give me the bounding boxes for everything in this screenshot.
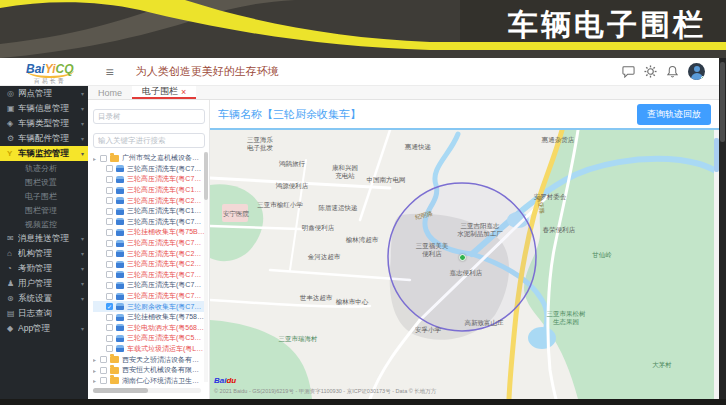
sidebar-subitem-fence-manage[interactable]: 围栏管理 — [0, 203, 88, 217]
sidebar-item-vehicle-parts[interactable]: ⚙车辆配件管理▾ — [0, 131, 88, 146]
sidebar-item-vehicle-type[interactable]: ◈车辆类型管理▾ — [0, 116, 88, 131]
tree-search-input[interactable] — [93, 133, 205, 148]
tab-close-icon[interactable]: × — [181, 87, 186, 97]
tree-checkbox[interactable] — [106, 261, 113, 268]
tree-checkbox[interactable] — [106, 345, 113, 352]
tree-checkbox[interactable] — [106, 271, 113, 278]
company-logo[interactable]: BaiYiCQ 百易长青 — [26, 60, 74, 84]
tree-checkbox[interactable] — [100, 155, 107, 162]
sidebar-subitem-track-analysis[interactable]: 轨迹分析 — [0, 161, 88, 175]
tree-vehicle-item[interactable]: 三轮高压清洗车(粤C29158By00062) — [93, 248, 205, 259]
fence-center-marker[interactable] — [459, 254, 466, 261]
tree-vehicle-item[interactable]: 三轮电动洒水车(粤568By00182) — [93, 323, 205, 334]
sidebar-item-vehicle-info[interactable]: ▣车辆信息管理▾ — [0, 101, 88, 116]
company-slogan: 为人类创造更美好的生存环境 — [136, 64, 279, 79]
truck-icon — [116, 176, 124, 183]
tree-vehicle-item[interactable]: 三轮高压清洗车(粤C79By00125) — [93, 164, 205, 175]
tree-vehicle-item[interactable]: 三轮高压清洗车(粤C79By00111) — [93, 291, 205, 302]
sidebar-item-attendance[interactable]: ◔考勤管理▾ — [0, 261, 88, 276]
tree-checkbox[interactable] — [100, 377, 107, 384]
tree-checkbox[interactable] — [100, 356, 107, 363]
map-base-graphic — [210, 130, 714, 399]
sidebar-item-user[interactable]: ♟用户管理▾ — [0, 276, 88, 291]
tree-checkbox[interactable] — [106, 240, 113, 247]
truck-icon — [116, 187, 124, 194]
truck-icon — [116, 250, 124, 257]
tree-vehicle-item[interactable]: 三轮高压清洗车(粤C58By00147) — [93, 333, 205, 344]
vehicle-name: 三轮高压清洗车(粤C29158By00031) — [127, 259, 205, 269]
tree-checkbox[interactable] — [106, 208, 113, 215]
sidebar-item-label: 车辆监控管理 — [18, 148, 81, 160]
tree-vehicle-item[interactable]: 三轮挂桶收集车(粤75By00226) — [93, 227, 205, 238]
tree-vehicle-item[interactable]: 三轮高压清洗车(粤C158By00152) — [93, 185, 205, 196]
tree-checkbox[interactable] — [106, 165, 113, 172]
tree-checkbox[interactable] — [106, 293, 113, 300]
tree-checkbox[interactable] — [106, 324, 113, 331]
tree-checkbox[interactable] — [106, 335, 113, 342]
vehicle-name: 三轮高压清洗车(粤C29158By00017) — [127, 196, 205, 206]
track-playback-button[interactable]: 查询轨迹回放 — [637, 104, 711, 125]
tree-checkbox[interactable] — [106, 314, 113, 321]
tree-checkbox[interactable] — [106, 176, 113, 183]
tree-horizontal-scrollbar[interactable] — [93, 388, 201, 393]
sidebar-item-network[interactable]: ◎网点管理▾ — [0, 86, 88, 101]
tab-electronic-fence[interactable]: 电子围栏× — [132, 86, 196, 99]
sidebar-item-app-manage[interactable]: ◆App管理▾ — [0, 321, 88, 336]
tree-filter-input[interactable] — [93, 109, 205, 124]
sidebar-subitem-fence-settings[interactable]: 围栏设置 — [0, 175, 88, 189]
sidebar-item-organization[interactable]: ⌂机构管理▾ — [0, 246, 88, 261]
tree-checkbox[interactable] — [106, 229, 113, 236]
tree-vehicle-item[interactable]: 三轮高压清洗车(粤C79By00114) — [93, 270, 205, 281]
sidebar-subitem-video-monitor[interactable]: 视频监控 — [0, 217, 88, 231]
vehicle-tree: ▸广州市驾之嘉机械设备有限公司三轮高压清洗车(粤C79By00125)三轮高压清… — [93, 153, 205, 391]
tree-company-item[interactable]: ▸西安恒大机械设备有限公司 — [93, 365, 205, 376]
users-icon: ♟ — [7, 279, 18, 288]
tree-vehicle-item[interactable]: 三轮高压清洗车(粤C158By00074) — [93, 206, 205, 217]
sidebar-item-log-query[interactable]: ▤日志查询 — [0, 306, 88, 321]
tree-checkbox[interactable]: ✓ — [106, 303, 113, 310]
bell-icon[interactable] — [666, 65, 679, 78]
tree-caret-icon[interactable]: ▸ — [93, 377, 100, 384]
truck-icon — [116, 165, 124, 172]
sidebar-subitem-electronic-fence[interactable]: 电子围栏 — [0, 189, 88, 203]
tree-checkbox[interactable] — [106, 197, 113, 204]
window-bottom-frame — [0, 399, 726, 405]
tab-home[interactable]: Home — [88, 86, 132, 99]
tree-checkbox[interactable] — [106, 218, 113, 225]
tree-checkbox[interactable] — [106, 250, 113, 257]
chat-icon[interactable] — [622, 65, 635, 78]
window-right-scrollbar[interactable] — [719, 58, 726, 405]
tree-vertical-scrollbar[interactable] — [204, 152, 208, 382]
tree-checkbox[interactable] — [106, 187, 113, 194]
tree-caret-icon[interactable]: ▸ — [93, 367, 100, 374]
user-avatar[interactable] — [688, 63, 705, 80]
menu-collapse-icon[interactable]: ≡ — [106, 64, 114, 80]
sidebar-item-message-push[interactable]: ✉消息推送管理▾ — [0, 231, 88, 246]
tree-vehicle-item[interactable]: 三轮高压清洗车(粤C79By00116) — [93, 238, 205, 249]
tree-checkbox[interactable] — [100, 367, 107, 374]
tree-caret-icon[interactable]: ▸ — [93, 155, 100, 162]
tree-caret-icon[interactable]: ▸ — [93, 356, 100, 363]
tree-checkbox[interactable] — [106, 282, 113, 289]
tree-company-item[interactable]: ▸湖南仁心环境清洁卫生集团设备有限公司 — [93, 375, 205, 386]
sidebar-item-vehicle-monitor[interactable]: Y车辆监控管理▾ — [0, 146, 88, 161]
tree-root-company[interactable]: ▸广州市驾之嘉机械设备有限公司 — [93, 153, 205, 164]
sidebar-item-label: 日志查询 — [18, 308, 84, 320]
chevron-down-icon: ▾ — [81, 265, 84, 272]
vehicle-name: 三轮高压清洗车(粤C29158By00062) — [127, 249, 205, 259]
tree-vehicle-item[interactable]: 车载式垃圾清运车(粤L358By00298) — [93, 344, 205, 355]
tree-vehicle-item[interactable]: 三轮挂桶收集车(粤758By00218) — [93, 312, 205, 323]
tree-vehicle-item[interactable]: 三轮高压清洗车(粤C79By00143) — [93, 174, 205, 185]
vehicle-name: 三轮电动洒水车(粤568By00182) — [127, 323, 205, 333]
tree-vehicle-item[interactable]: 三轮高压清洗车(粤C79By00129) — [93, 217, 205, 228]
tree-vehicle-item[interactable]: 三轮高压清洗车(粤C79By00112) — [93, 280, 205, 291]
sidebar-item-system-settings[interactable]: ⊛系统设置▾ — [0, 291, 88, 306]
tree-vehicle-item[interactable]: ✓三轮厨余收集车(粤C79By00109) — [93, 301, 205, 312]
sidebar-item-label: 考勤管理 — [18, 263, 81, 275]
map-canvas[interactable]: 三亚海乐 电子批发鸿鹄旅行鸿源便利店三亚市榆红小学安宁医院康和兴园 充电站中国南… — [210, 130, 714, 399]
tree-vehicle-item[interactable]: 三轮高压清洗车(粤C29158By00031) — [93, 259, 205, 270]
gear-icon[interactable] — [644, 65, 657, 78]
tree-company-item[interactable]: ▸西安天之骄清洁设备有限公司 — [93, 354, 205, 365]
tree-vehicle-item[interactable]: 三轮高压清洗车(粤C29158By00017) — [93, 195, 205, 206]
online-status-dot — [701, 76, 705, 80]
